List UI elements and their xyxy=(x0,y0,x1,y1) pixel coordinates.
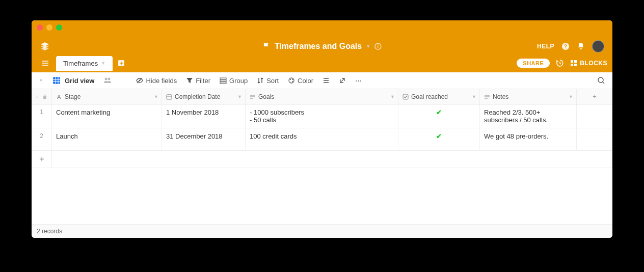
color-label: Color xyxy=(298,77,313,85)
view-switcher[interactable]: Grid view xyxy=(52,76,95,85)
column-goals[interactable]: Goals ▼ xyxy=(246,89,398,104)
svg-point-17 xyxy=(290,79,291,80)
blocks-icon xyxy=(570,60,577,67)
filter-label: Filter xyxy=(196,77,210,85)
column-label: Completion Date xyxy=(175,93,220,100)
history-icon[interactable] xyxy=(556,59,564,67)
long-text-icon xyxy=(250,94,256,100)
group-button[interactable]: Group xyxy=(220,77,248,85)
row-height-icon[interactable] xyxy=(323,77,330,84)
base-title-text: Timeframes and Goals xyxy=(275,42,362,51)
svg-rect-21 xyxy=(36,96,37,97)
column-stage[interactable]: A Stage ▼ xyxy=(52,89,162,104)
grid-footer: 2 records xyxy=(32,224,612,238)
flag-icon xyxy=(262,42,271,50)
column-completion-date[interactable]: Completion Date ▼ xyxy=(162,89,246,104)
checkbox-field-icon xyxy=(403,94,409,100)
color-button[interactable]: Color xyxy=(288,77,313,85)
column-goal-reached[interactable]: Goal reached ▼ xyxy=(398,89,480,104)
add-tab-button[interactable] xyxy=(113,57,130,70)
chevron-down-icon: ▼ xyxy=(472,94,476,99)
cell-stage[interactable]: Content marketing xyxy=(56,108,110,116)
cell-goals[interactable]: - 1000 subscribers - 50 calls xyxy=(250,108,304,124)
hide-fields-button[interactable]: Hide fields xyxy=(136,77,177,85)
svg-rect-13 xyxy=(220,78,226,79)
expand-views-icon[interactable]: ▼ xyxy=(39,78,43,83)
add-row-button[interactable]: ＋ xyxy=(32,151,612,168)
filter-icon xyxy=(186,77,193,84)
check-icon[interactable]: ✔ xyxy=(436,132,442,140)
row-number: 1 xyxy=(40,108,43,116)
avatar[interactable] xyxy=(592,40,604,52)
share-button[interactable]: SHARE xyxy=(517,59,550,68)
app-header: Timeframes and Goals ▼ i HELP ? xyxy=(32,35,612,54)
cell-notes[interactable]: We got 48 pre-orders. xyxy=(484,132,548,140)
column-label: Goal reached xyxy=(411,93,448,100)
view-name: Grid view xyxy=(65,77,95,85)
help-icon[interactable]: ? xyxy=(561,42,570,50)
blocks-label: BLOCKS xyxy=(580,60,607,67)
eye-off-icon xyxy=(136,77,143,84)
close-window-button[interactable] xyxy=(37,24,43,31)
table-row[interactable]: 2 Launch 31 December 2018 100 credit car… xyxy=(32,128,612,151)
date-field-icon xyxy=(166,94,172,100)
tab-timeframes[interactable]: Timeframes ▼ xyxy=(56,56,113,71)
maximize-window-button[interactable] xyxy=(56,24,62,31)
tabs-right: SHARE BLOCKS xyxy=(517,59,607,68)
empty-cell xyxy=(577,128,612,150)
svg-rect-14 xyxy=(220,80,226,81)
column-label: Stage xyxy=(65,93,81,100)
share-view-icon[interactable] xyxy=(339,77,346,84)
row-number: 2 xyxy=(40,132,43,140)
grid-icon xyxy=(52,76,61,85)
select-all-checkbox[interactable] xyxy=(32,89,52,104)
cell-date[interactable]: 31 December 2018 xyxy=(166,132,223,140)
info-icon[interactable]: i xyxy=(374,43,382,50)
cell-notes[interactable]: Reached 2/3. 500+ subscribers / 50 calls… xyxy=(484,108,572,124)
search-icon[interactable] xyxy=(597,76,605,85)
table-row[interactable]: 1 Content marketing 1 November 2018 - 10… xyxy=(32,104,612,128)
minimize-window-button[interactable] xyxy=(46,24,52,31)
menu-icon[interactable] xyxy=(37,57,54,70)
tab-label: Timeframes xyxy=(63,60,98,67)
column-label: Goals xyxy=(258,93,274,100)
toolbar: ▼ Grid view Hide fields Filter Group Sor… xyxy=(32,72,612,89)
cell-date[interactable]: 1 November 2018 xyxy=(166,108,219,116)
collaborators-icon[interactable] xyxy=(103,76,112,85)
group-label: Group xyxy=(229,77,248,85)
tabs-row: Timeframes ▼ SHARE BLOCKS xyxy=(32,54,612,72)
chevron-down-icon: ▼ xyxy=(390,94,395,99)
base-title[interactable]: Timeframes and Goals ▼ i xyxy=(262,42,382,51)
help-link[interactable]: HELP xyxy=(537,43,554,50)
svg-text:i: i xyxy=(378,44,379,49)
add-column-button[interactable]: ＋ xyxy=(577,89,612,104)
svg-rect-7 xyxy=(571,64,573,66)
cell-stage[interactable]: Launch xyxy=(56,132,78,140)
column-notes[interactable]: Notes ▼ xyxy=(480,89,577,104)
svg-rect-8 xyxy=(574,64,577,66)
empty-cell xyxy=(577,104,612,128)
svg-point-16 xyxy=(289,78,294,83)
svg-point-19 xyxy=(292,81,293,82)
check-icon[interactable]: ✔ xyxy=(436,108,442,116)
sort-button[interactable]: Sort xyxy=(257,77,279,85)
empty-grid-area xyxy=(32,168,612,224)
svg-rect-22 xyxy=(43,96,46,99)
svg-point-18 xyxy=(292,79,293,80)
column-label: Notes xyxy=(493,93,508,100)
chevron-down-icon: ▼ xyxy=(569,94,573,99)
cell-goals[interactable]: 100 credit cards xyxy=(250,132,297,140)
chevron-down-icon: ▼ xyxy=(154,94,158,99)
svg-rect-6 xyxy=(574,60,577,63)
blocks-button[interactable]: BLOCKS xyxy=(570,60,607,67)
svg-point-20 xyxy=(598,77,603,83)
more-icon[interactable]: ⋯ xyxy=(355,77,362,85)
filter-button[interactable]: Filter xyxy=(186,77,210,85)
app-window: Timeframes and Goals ▼ i HELP ? Timefram… xyxy=(32,20,612,238)
sort-label: Sort xyxy=(266,77,279,85)
bell-icon[interactable] xyxy=(577,42,585,50)
grid-header: A Stage ▼ Completion Date ▼ Goals ▼ Goal… xyxy=(32,89,612,104)
svg-rect-24 xyxy=(167,95,172,99)
chevron-down-icon: ▼ xyxy=(366,44,370,49)
svg-rect-15 xyxy=(220,82,226,84)
